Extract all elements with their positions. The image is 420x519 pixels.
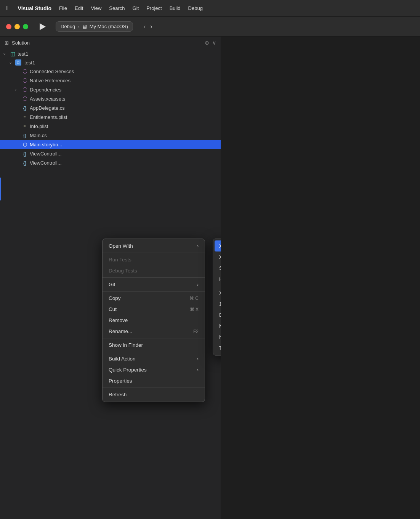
sub-1password[interactable]: 1Password xyxy=(213,298,221,309)
tree-item-solution[interactable]: ∨ ◫ test1 xyxy=(0,49,221,58)
menu-git[interactable]: Git xyxy=(133,5,139,11)
menu-search[interactable]: Search xyxy=(109,5,125,11)
ctx-sep-1 xyxy=(103,253,205,253)
submenu-open-with: Xcode Interface Builder XcodeDefaultXcod… xyxy=(213,239,221,356)
menu-view[interactable]: View xyxy=(91,5,101,11)
editor-pane xyxy=(221,37,420,519)
main-layout: ⊞ Solution ⊕ ∨ ∨ ◫ test1 ∨ □ test1 ⬡ Con… xyxy=(0,37,420,519)
ctx-properties-label: Properties xyxy=(109,378,132,384)
accent-bar xyxy=(0,178,1,200)
ctx-refresh-label: Refresh xyxy=(109,392,127,397)
sub-source-code-editor[interactable]: Source Code Editor xyxy=(213,263,221,274)
target-label: My Mac (macOS) xyxy=(90,24,128,29)
sub-xcode-label: Xcode xyxy=(219,290,221,296)
ctx-quick-properties-label: Quick Properties xyxy=(109,367,147,373)
infoplist-icon: ≡ xyxy=(21,123,28,130)
vc1-label: ViewControll... xyxy=(30,151,62,157)
connected-services-label: Connected Services xyxy=(30,69,74,74)
menu-file[interactable]: File xyxy=(59,5,67,11)
solution-actions: ⊕ ∨ xyxy=(205,40,216,46)
run-button[interactable] xyxy=(37,21,48,32)
toolbar: Debug › 🖥 My Mac (macOS) ‹ › xyxy=(0,17,420,37)
ctx-git-label: Git xyxy=(109,282,115,287)
tree-item-project[interactable]: ∨ □ test1 xyxy=(0,58,221,67)
ctx-open-with-arrow: › xyxy=(197,243,199,249)
ctx-copy[interactable]: Copy ⌘ C xyxy=(103,293,205,304)
close-button[interactable] xyxy=(6,24,11,29)
ctx-open-with[interactable]: Open With › xyxy=(103,240,205,251)
folder-native-icon: ⬡ xyxy=(21,77,28,84)
nav-back[interactable]: ‹ xyxy=(142,22,147,31)
ctx-git-arrow: › xyxy=(197,282,199,287)
project-name: test1 xyxy=(24,60,35,66)
chevron-solution: ∨ xyxy=(3,52,8,56)
ctx-refresh[interactable]: Refresh xyxy=(103,389,205,400)
ctx-rename[interactable]: Rename... F2 xyxy=(103,326,205,337)
ctx-git[interactable]: Git › xyxy=(103,279,205,290)
ctx-show-finder[interactable]: Show in Finder xyxy=(103,340,205,351)
tree-item-viewcontroller1[interactable]: {} ViewControll... xyxy=(0,149,221,158)
tree-item-infoplist[interactable]: ≡ Info.plist xyxy=(0,122,221,131)
folder-connected-icon: ⬡ xyxy=(21,68,28,75)
sub-deepl-label: DeepL xyxy=(219,312,221,318)
sub-xcode-default-text[interactable]: XcodeDefaultXcodeText xyxy=(213,251,221,263)
ctx-build-action[interactable]: Build Action › xyxy=(103,353,205,364)
tree-item-mainstoryboard[interactable]: ⬡ Main.storybo... xyxy=(0,140,221,149)
solution-header: ⊞ Solution ⊕ ∨ xyxy=(0,37,221,49)
tree-item-native-refs[interactable]: ⬡ Native References xyxy=(0,76,221,85)
scheme-selector[interactable]: Debug › 🖥 My Mac (macOS) xyxy=(56,21,133,32)
appdelegate-icon: {} xyxy=(21,104,28,111)
sub-hex-editor-label: Hex Editor xyxy=(219,276,221,282)
sub-textedit[interactable]: TextEdit (1.19) xyxy=(213,343,221,354)
ctx-cut[interactable]: Cut ⌘ X xyxy=(103,304,205,315)
tree-item-viewcontroller2[interactable]: {} ViewControll... xyxy=(0,158,221,167)
chevron-project: ∨ xyxy=(9,61,14,65)
chevron-down-icon[interactable]: ∨ xyxy=(212,40,216,46)
ctx-build-action-arrow: › xyxy=(197,356,199,362)
tree-item-dependencies[interactable]: › ⬡ Dependencies xyxy=(0,85,221,94)
ctx-quick-properties[interactable]: Quick Properties › xyxy=(103,364,205,375)
tree-item-maincs[interactable]: {} Main.cs xyxy=(0,131,221,140)
ctx-show-finder-label: Show in Finder xyxy=(109,342,143,348)
scheme-label: Debug xyxy=(61,24,75,29)
apple-icon[interactable]:  xyxy=(6,4,9,12)
nav-forward[interactable]: › xyxy=(149,22,154,31)
menu-debug[interactable]: Debug xyxy=(188,5,203,11)
menu-edit[interactable]: Edit xyxy=(75,5,83,11)
ctx-debug-tests-label: Debug Tests xyxy=(109,268,137,274)
menu-project[interactable]: Project xyxy=(146,5,162,11)
pin-icon[interactable]: ⊕ xyxy=(205,40,209,46)
traffic-lights xyxy=(6,24,28,29)
assets-icon: ⬡ xyxy=(21,95,28,102)
tree-item-assets[interactable]: ⬡ Assets.xcassets xyxy=(0,94,221,103)
sub-xcode[interactable]: Xcode xyxy=(213,287,221,298)
minimize-button[interactable] xyxy=(14,24,20,29)
sub-hex-editor[interactable]: Hex Editor xyxy=(213,274,221,285)
context-menu: Open With › Run Tests Debug Tests Git › … xyxy=(102,239,205,402)
ctx-cut-shortcut: ⌘ X xyxy=(190,307,199,312)
tree-item-entitlements[interactable]: ≡ Entitlements.plist xyxy=(0,112,221,122)
menu-build[interactable]: Build xyxy=(170,5,181,11)
play-icon xyxy=(40,23,46,30)
sub-textedit-label: TextEdit (1.19) xyxy=(219,345,221,351)
maximize-button[interactable] xyxy=(23,24,28,29)
folder-deps-icon: ⬡ xyxy=(21,86,28,93)
ctx-remove[interactable]: Remove xyxy=(103,315,205,326)
ctx-debug-tests[interactable]: Debug Tests xyxy=(103,265,205,276)
ctx-copy-label: Copy xyxy=(109,295,121,301)
ctx-run-tests[interactable]: Run Tests xyxy=(103,254,205,265)
sub-notes-label: Notes (4.11) xyxy=(219,334,221,340)
assets-label: Assets.xcassets xyxy=(30,96,65,102)
chevron-dependencies: › xyxy=(15,88,20,92)
infoplist-label: Info.plist xyxy=(30,123,48,129)
sub-deepl[interactable]: DeepL xyxy=(213,309,221,320)
sub-marked2[interactable]: Marked 2 xyxy=(213,320,221,332)
sub-notes[interactable]: Notes (4.11) xyxy=(213,332,221,343)
ctx-properties[interactable]: Properties xyxy=(103,375,205,386)
tree-item-appdelegate[interactable]: {} AppDelegate.cs xyxy=(0,103,221,112)
tree-item-connected-services[interactable]: ⬡ Connected Services xyxy=(0,67,221,76)
ctx-sep-6 xyxy=(103,388,205,388)
project-icon: □ xyxy=(15,59,21,66)
appdelegate-label: AppDelegate.cs xyxy=(30,105,65,111)
sub-xcode-interface-builder[interactable]: Xcode Interface Builder xyxy=(215,240,221,251)
